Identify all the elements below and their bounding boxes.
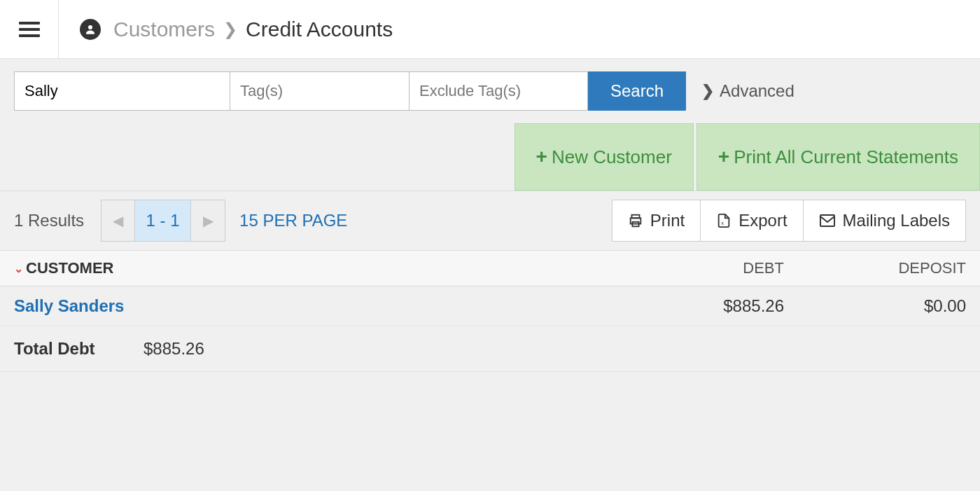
print-icon: [628, 213, 643, 228]
toolbar: Print x Export Mailing Labels: [612, 200, 966, 242]
pager-next[interactable]: ▶: [191, 200, 225, 241]
export-label: Export: [738, 211, 787, 230]
column-customer[interactable]: ⌄ CUSTOMER: [14, 259, 567, 277]
mailing-label: Mailing Labels: [843, 211, 950, 230]
tag-input[interactable]: [230, 71, 409, 111]
pager-current: 1 - 1: [135, 200, 191, 241]
pager-prev[interactable]: ◀: [102, 200, 135, 241]
file-icon: x: [716, 213, 732, 228]
search-button[interactable]: Search: [588, 71, 686, 111]
action-row: + New Customer + Print All Current State…: [0, 123, 980, 191]
search-bar: Search ❯ Advanced: [0, 59, 980, 123]
export-button[interactable]: x Export: [700, 200, 803, 242]
column-debt[interactable]: DEBT: [567, 259, 784, 277]
table-row: Sally Sanders $885.26 $0.00: [0, 286, 980, 326]
print-statements-button[interactable]: + Print All Current Statements: [696, 123, 980, 191]
print-button[interactable]: Print: [612, 200, 701, 242]
print-label: Print: [650, 211, 685, 230]
results-bar: 1 Results ◀ 1 - 1 ▶ 15 PER PAGE Print x …: [0, 191, 980, 251]
search-name-input[interactable]: [14, 71, 230, 111]
mail-icon: [819, 214, 836, 228]
plus-icon: +: [718, 146, 729, 168]
column-customer-label: CUSTOMER: [26, 259, 114, 277]
user-icon: [80, 19, 101, 40]
deposit-value: $0.00: [784, 296, 966, 316]
customer-link[interactable]: Sally Sanders: [14, 296, 567, 316]
hamburger-icon: [19, 22, 40, 37]
total-label: Total Debt: [14, 339, 144, 359]
breadcrumb: Customers ❯ Credit Accounts: [59, 18, 393, 41]
column-deposit[interactable]: DEPOSIT: [784, 259, 966, 277]
mailing-labels-button[interactable]: Mailing Labels: [803, 200, 966, 242]
svg-text:x: x: [722, 220, 724, 226]
svg-point-0: [88, 25, 92, 29]
sort-desc-icon: ⌄: [14, 262, 23, 275]
top-bar: Customers ❯ Credit Accounts: [0, 0, 980, 59]
advanced-toggle[interactable]: ❯ Advanced: [701, 81, 794, 101]
svg-rect-5: [820, 215, 834, 226]
exclude-tag-input[interactable]: [409, 71, 588, 111]
results-count: 1 Results: [14, 211, 84, 230]
total-value: $885.26: [144, 339, 204, 359]
plus-icon: +: [536, 146, 547, 168]
chevron-right-icon: ❯: [223, 20, 237, 39]
total-row: Total Debt $885.26: [0, 326, 980, 372]
pager: ◀ 1 - 1 ▶: [101, 200, 225, 242]
chevron-right-icon: ❯: [701, 82, 714, 100]
debt-value: $885.26: [567, 296, 784, 316]
menu-button[interactable]: [0, 0, 59, 58]
breadcrumb-current: Credit Accounts: [246, 18, 393, 41]
per-page-select[interactable]: 15 PER PAGE: [239, 211, 347, 230]
new-customer-button[interactable]: + New Customer: [514, 123, 694, 191]
breadcrumb-parent[interactable]: Customers: [113, 18, 215, 41]
table-header: ⌄ CUSTOMER DEBT DEPOSIT: [0, 251, 980, 286]
new-customer-label: New Customer: [552, 146, 672, 168]
print-statements-label: Print All Current Statements: [734, 146, 958, 168]
advanced-label: Advanced: [720, 81, 794, 101]
